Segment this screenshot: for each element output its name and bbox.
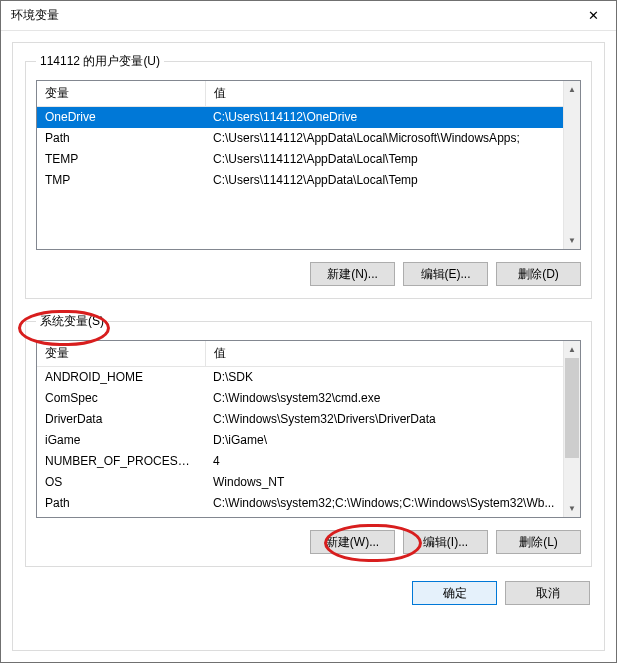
cell-value: C:\Users\114112\AppData\Local\Temp: [205, 149, 563, 170]
cell-variable: TMP: [37, 170, 205, 191]
table-row[interactable]: iGameD:\iGame\: [37, 430, 563, 451]
close-icon: ✕: [588, 8, 599, 23]
user-table-scrollbar[interactable]: ▲ ▼: [563, 81, 580, 249]
cell-value: C:\Users\114112\AppData\Local\Microsoft\…: [205, 128, 563, 149]
system-vars-table[interactable]: 变量 值 ANDROID_HOMED:\SDKComSpecC:\Windows…: [37, 341, 563, 514]
cancel-button[interactable]: 取消: [505, 581, 590, 605]
table-row[interactable]: OSWindows_NT: [37, 472, 563, 493]
cell-variable: TEMP: [37, 149, 205, 170]
user-vars-group: 114112 的用户变量(U) 变量 值 OneDriveC:\Users: [25, 53, 592, 299]
user-vars-legend: 114112 的用户变量(U): [36, 53, 164, 70]
main-panel: 114112 的用户变量(U) 变量 值 OneDriveC:\Users: [12, 42, 605, 651]
user-delete-button[interactable]: 删除(D): [496, 262, 581, 286]
scroll-down-icon[interactable]: ▼: [564, 500, 580, 517]
cell-value: C:\Windows\system32;C:\Windows;C:\Window…: [205, 493, 563, 514]
cell-value: D:\SDK: [205, 367, 563, 388]
table-row[interactable]: TMPC:\Users\114112\AppData\Local\Temp: [37, 170, 563, 191]
col-header-variable[interactable]: 变量: [37, 341, 205, 367]
scrollbar-thumb[interactable]: [565, 358, 579, 458]
cell-value: Windows_NT: [205, 472, 563, 493]
cell-variable: DriverData: [37, 409, 205, 430]
cell-variable: Path: [37, 128, 205, 149]
table-row[interactable]: NUMBER_OF_PROCESSORS4: [37, 451, 563, 472]
system-delete-button[interactable]: 删除(L): [496, 530, 581, 554]
close-button[interactable]: ✕: [571, 1, 616, 30]
table-row[interactable]: PathC:\Windows\system32;C:\Windows;C:\Wi…: [37, 493, 563, 514]
cell-value: C:\Users\114112\OneDrive: [205, 107, 563, 128]
window-title: 环境变量: [11, 7, 59, 24]
cell-value: C:\Windows\system32\cmd.exe: [205, 388, 563, 409]
col-header-value[interactable]: 值: [205, 341, 563, 367]
table-row[interactable]: OneDriveC:\Users\114112\OneDrive: [37, 107, 563, 128]
ok-button[interactable]: 确定: [412, 581, 497, 605]
cell-variable: OS: [37, 472, 205, 493]
user-vars-table-wrap: 变量 值 OneDriveC:\Users\114112\OneDrivePat…: [36, 80, 581, 250]
cell-variable: OneDrive: [37, 107, 205, 128]
table-row[interactable]: PathC:\Users\114112\AppData\Local\Micros…: [37, 128, 563, 149]
cell-value: C:\Users\114112\AppData\Local\Temp: [205, 170, 563, 191]
system-vars-group: 系统变量(S) 变量 值 ANDROID_HOMED:: [25, 313, 592, 567]
system-table-scrollbar[interactable]: ▲ ▼: [563, 341, 580, 517]
system-vars-table-wrap: 变量 值 ANDROID_HOMED:\SDKComSpecC:\Windows…: [36, 340, 581, 518]
titlebar: 环境变量 ✕: [1, 1, 616, 31]
system-vars-buttons: 新建(W)... 编辑(I)... 删除(L): [36, 530, 581, 554]
user-edit-button[interactable]: 编辑(E)...: [403, 262, 488, 286]
col-header-value[interactable]: 值: [205, 81, 563, 107]
scroll-up-icon[interactable]: ▲: [564, 341, 580, 358]
user-new-button[interactable]: 新建(N)...: [310, 262, 395, 286]
table-row[interactable]: ANDROID_HOMED:\SDK: [37, 367, 563, 388]
system-edit-button[interactable]: 编辑(I)...: [403, 530, 488, 554]
cell-value: 4: [205, 451, 563, 472]
scroll-up-icon[interactable]: ▲: [564, 81, 580, 98]
user-vars-table[interactable]: 变量 值 OneDriveC:\Users\114112\OneDrivePat…: [37, 81, 563, 191]
cell-variable: ComSpec: [37, 388, 205, 409]
system-vars-legend: 系统变量(S): [36, 313, 108, 330]
scroll-down-icon[interactable]: ▼: [564, 232, 580, 249]
system-new-button[interactable]: 新建(W)...: [310, 530, 395, 554]
user-vars-buttons: 新建(N)... 编辑(E)... 删除(D): [36, 262, 581, 286]
table-row[interactable]: TEMPC:\Users\114112\AppData\Local\Temp: [37, 149, 563, 170]
cell-variable: ANDROID_HOME: [37, 367, 205, 388]
dialog-body: 114112 的用户变量(U) 变量 值 OneDriveC:\Users: [1, 31, 616, 662]
col-header-variable[interactable]: 变量: [37, 81, 205, 107]
cell-variable: Path: [37, 493, 205, 514]
cell-value: D:\iGame\: [205, 430, 563, 451]
cell-variable: NUMBER_OF_PROCESSORS: [37, 451, 205, 472]
dialog-footer-buttons: 确定 取消: [25, 581, 592, 605]
cell-variable: iGame: [37, 430, 205, 451]
cell-value: C:\Windows\System32\Drivers\DriverData: [205, 409, 563, 430]
env-var-dialog: 环境变量 ✕ 114112 的用户变量(U) 变量 值: [0, 0, 617, 663]
table-row[interactable]: DriverDataC:\Windows\System32\Drivers\Dr…: [37, 409, 563, 430]
table-row[interactable]: ComSpecC:\Windows\system32\cmd.exe: [37, 388, 563, 409]
